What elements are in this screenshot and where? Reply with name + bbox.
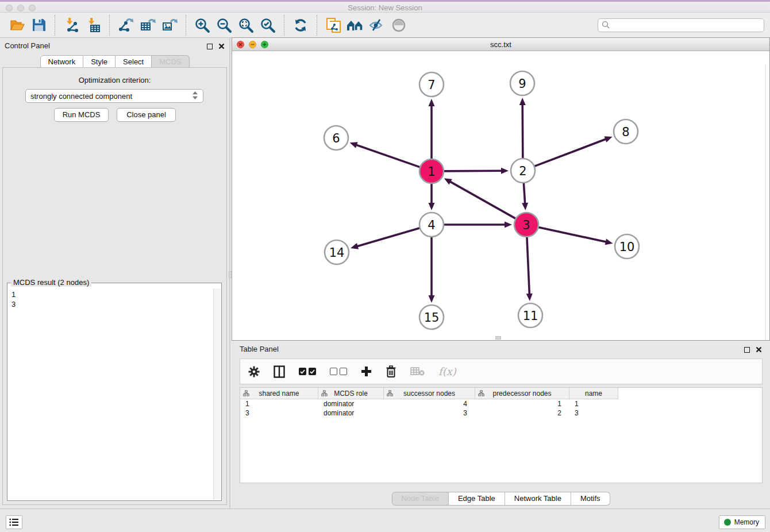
cell-mcds-role[interactable]: dominator xyxy=(318,409,384,417)
cell-name[interactable]: 3 xyxy=(569,409,618,417)
graph-edge-2-9[interactable] xyxy=(522,104,523,159)
tab-edge-table[interactable]: Edge Table xyxy=(449,492,505,506)
graph-edge-2-8[interactable] xyxy=(534,139,607,167)
export-table-icon[interactable] xyxy=(137,14,159,36)
network-horizontal-scrollbar[interactable] xyxy=(495,336,501,340)
delete-column-icon[interactable] xyxy=(386,365,396,378)
graph-edge-arrowhead xyxy=(350,142,358,148)
export-network-icon[interactable] xyxy=(115,14,137,36)
graph-edge-3-1[interactable] xyxy=(449,182,516,219)
float-table-panel-icon[interactable] xyxy=(744,347,750,353)
graph-edge-arrowhead xyxy=(605,136,613,142)
float-panel-icon[interactable] xyxy=(207,44,213,49)
run-mcds-button[interactable]: Run MCDS xyxy=(54,108,109,122)
graph-edge-arrowhead xyxy=(605,239,613,245)
network-vertical-scrollbar[interactable] xyxy=(765,64,769,340)
tab-node-table[interactable]: Node Table xyxy=(391,492,449,506)
zoom-fit-icon[interactable] xyxy=(235,14,257,36)
export-image-icon[interactable] xyxy=(159,14,180,36)
graph-node-14[interactable]: 14 xyxy=(325,240,349,264)
column-header-name[interactable]: name xyxy=(569,388,618,399)
import-network-icon[interactable] xyxy=(60,14,82,36)
cell-shared-name[interactable]: 1 xyxy=(240,400,318,408)
graph-node-label: 11 xyxy=(523,309,538,323)
home-neighborhood-icon[interactable] xyxy=(344,14,366,36)
add-column-icon[interactable] xyxy=(361,366,372,377)
delete-table-icon xyxy=(410,367,425,376)
column-header-mcds-role[interactable]: MCDS role xyxy=(318,388,384,399)
network-window-titlebar[interactable]: scc.txt xyxy=(232,38,769,51)
cell-successor-nodes[interactable]: 3 xyxy=(384,409,475,417)
cell-name[interactable]: 1 xyxy=(569,400,618,408)
graph-node-label: 9 xyxy=(518,77,526,91)
tree-icon xyxy=(243,390,249,398)
mcds-result-list[interactable]: 1 3 xyxy=(8,288,213,500)
result-scrollbar[interactable] xyxy=(213,288,221,500)
apply-layout-icon[interactable] xyxy=(290,14,311,36)
search-input[interactable] xyxy=(598,18,764,32)
task-history-button[interactable] xyxy=(6,515,22,529)
graph-node-8[interactable]: 8 xyxy=(614,119,638,144)
graph-node-2[interactable]: 2 xyxy=(511,159,535,183)
table-row[interactable]: 1 dominator 4 1 1 xyxy=(240,399,762,408)
graph-node-11[interactable]: 11 xyxy=(518,303,542,327)
graph-edge-1-6[interactable] xyxy=(356,145,421,168)
memory-button[interactable]: Memory xyxy=(719,515,765,529)
graph-node-15[interactable]: 15 xyxy=(419,305,444,329)
graph-edge-2-3[interactable] xyxy=(523,182,525,204)
table-row[interactable]: 3 dominator 3 2 3 xyxy=(240,408,762,418)
table-panel-title: Table Panel xyxy=(240,345,279,353)
graph-node-10[interactable]: 10 xyxy=(615,234,639,259)
tab-motifs[interactable]: Motifs xyxy=(571,492,610,506)
save-session-icon[interactable] xyxy=(28,14,49,36)
graph-edge-3-10[interactable] xyxy=(538,227,607,242)
tab-network-table[interactable]: Network Table xyxy=(505,492,571,506)
toggle-graphics-details-icon[interactable] xyxy=(366,14,388,36)
import-table-icon[interactable] xyxy=(82,14,104,36)
graph-node-7[interactable]: 7 xyxy=(419,72,444,97)
graph-edge-arrowhead xyxy=(519,98,526,105)
mcds-result-line: 3 xyxy=(11,299,209,309)
select-all-columns-icon[interactable] xyxy=(299,368,316,375)
graph-node-6[interactable]: 6 xyxy=(324,126,348,150)
cell-predecessor-nodes[interactable]: 1 xyxy=(475,400,569,408)
criterion-dropdown[interactable]: strongly connected component xyxy=(25,89,203,103)
control-panel-title: Control Panel xyxy=(5,41,50,50)
graph-node-1[interactable]: 1 xyxy=(419,159,444,183)
graph-node-9[interactable]: 9 xyxy=(510,71,534,95)
window-titlebar: Session: New Session xyxy=(0,0,770,13)
duplicate-network-icon[interactable] xyxy=(322,14,344,36)
cell-successor-nodes[interactable]: 4 xyxy=(384,400,475,408)
table-options-gear-icon[interactable] xyxy=(248,366,260,377)
column-header-shared-name[interactable]: shared name xyxy=(240,388,318,399)
toolbar-separator xyxy=(109,15,110,36)
close-panel-button[interactable]: Close panel xyxy=(117,108,176,122)
zoom-selected-icon[interactable] xyxy=(257,14,279,36)
cell-predecessor-nodes[interactable]: 2 xyxy=(475,409,569,417)
column-header-successor-nodes[interactable]: successor nodes xyxy=(384,388,475,399)
graph-edge-3-11[interactable] xyxy=(527,236,530,295)
tree-icon xyxy=(321,390,328,398)
unselect-all-columns-icon[interactable] xyxy=(330,368,347,375)
graph-edge-4-14[interactable] xyxy=(357,228,421,246)
graph-node-label: 7 xyxy=(428,78,435,92)
network-graph: 1234678910111415 xyxy=(232,51,769,341)
close-table-panel-icon[interactable] xyxy=(756,345,762,355)
graph-edge-arrowhead xyxy=(526,294,533,301)
main-toolbar xyxy=(0,13,770,38)
zoom-out-icon[interactable] xyxy=(213,14,235,36)
zoom-in-icon[interactable] xyxy=(191,14,213,36)
bird-eye-view-icon[interactable] xyxy=(388,14,410,36)
graph-node-3[interactable]: 3 xyxy=(514,213,538,237)
graph-node-4[interactable]: 4 xyxy=(419,213,444,237)
close-panel-icon[interactable] xyxy=(218,41,225,52)
column-header-predecessor-nodes[interactable]: predecessor nodes xyxy=(475,388,569,399)
network-canvas[interactable]: 1234678910111415 xyxy=(232,51,769,340)
cell-mcds-role[interactable]: dominator xyxy=(318,400,384,408)
memory-label: Memory xyxy=(734,518,759,526)
graph-edge-1-2[interactable] xyxy=(443,171,502,171)
show-column-icon[interactable] xyxy=(274,365,285,378)
cell-shared-name[interactable]: 3 xyxy=(240,409,318,417)
search-icon xyxy=(602,21,610,32)
open-session-icon[interactable] xyxy=(6,14,28,36)
